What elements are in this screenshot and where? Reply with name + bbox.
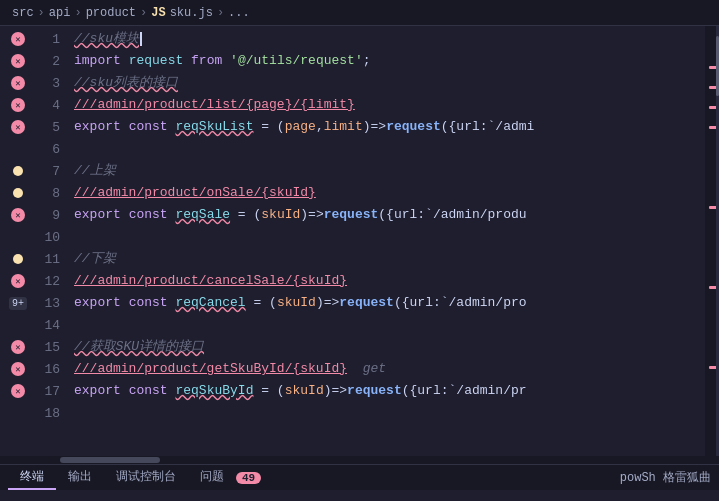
status-right-text: powSh 格雷狐曲: [620, 469, 711, 486]
ln-10: 10: [36, 226, 60, 248]
gutter-row-16: ✕: [0, 358, 36, 380]
code-line-3: //sku列表的接口: [74, 72, 705, 94]
ln-6: 6: [36, 138, 60, 160]
ln-15: 15: [36, 336, 60, 358]
editor-area: ✕ ✕ ✕ ✕ ✕ ✕ ✕ 9+ ✕ ✕ ✕ 1 2 3 4 5 6 7 8 9…: [0, 26, 719, 456]
ln-12: 12: [36, 270, 60, 292]
breadcrumb-api: api: [49, 6, 71, 20]
tab-problems[interactable]: 问题: [188, 465, 236, 490]
breadcrumb-sep2: ›: [74, 6, 81, 20]
error-icon-17: ✕: [11, 384, 25, 398]
breadcrumb-product: product: [86, 6, 136, 20]
code-line-13: export const reqCancel = (skuId)=>reques…: [74, 292, 705, 314]
ln-7: 7: [36, 160, 60, 182]
tab-output[interactable]: 输出: [56, 465, 104, 490]
code-content[interactable]: //sku模块 import request from '@/utils/req…: [66, 26, 705, 456]
gutter-row-11: [0, 248, 36, 270]
code-line-9: export const reqSale = (skuId)=>request(…: [74, 204, 705, 226]
status-bar: 终端 输出 调试控制台 问题 49 powSh 格雷狐曲: [0, 464, 719, 490]
gutter-row-8: [0, 182, 36, 204]
gutter-row-13: 9+: [0, 292, 36, 314]
code-line-10: [74, 226, 705, 248]
code-line-16: ///admin/product/getSkuById/{skuId} get: [74, 358, 705, 380]
error-icon-9: ✕: [11, 208, 25, 222]
gutter-row-7: [0, 160, 36, 182]
code-line-17: export const reqSkuById = (skuId)=>reque…: [74, 380, 705, 402]
tab-debug-console[interactable]: 调试控制台: [104, 465, 188, 490]
minimap: [705, 26, 719, 456]
code-line-4: ///admin/product/list/{page}/{limit}: [74, 94, 705, 116]
code-text-11: //下架: [74, 248, 116, 270]
gutter-row-3: ✕: [0, 72, 36, 94]
code-line-2: import request from '@/utils/request';: [74, 50, 705, 72]
breadcrumb-sep4: ›: [217, 6, 224, 20]
ln-2: 2: [36, 50, 60, 72]
gutter-row-5: ✕: [0, 116, 36, 138]
gutter-row-18: [0, 402, 36, 424]
gutter-row-9: ✕: [0, 204, 36, 226]
breadcrumb-sep1: ›: [38, 6, 45, 20]
gutter-row-1: ✕: [0, 28, 36, 50]
code-line-6: [74, 138, 705, 160]
ln-14: 14: [36, 314, 60, 336]
error-icon-3: ✕: [11, 76, 25, 90]
error-icon-12: ✕: [11, 274, 25, 288]
error-icon-15: ✕: [11, 340, 25, 354]
title-bar: src › api › product › JS sku.js › ...: [0, 0, 719, 26]
ln-1: 1: [36, 28, 60, 50]
error-icon-1: ✕: [11, 32, 25, 46]
gutter-row-4: ✕: [0, 94, 36, 116]
gutter-row-2: ✕: [0, 50, 36, 72]
code-line-14: [74, 314, 705, 336]
line-numbers: 1 2 3 4 5 6 7 8 9 10 11 12 13 14 15 16 1…: [36, 26, 66, 456]
code-line-15: //获取SKU详情的接口: [74, 336, 705, 358]
gutter-row-6: [0, 138, 36, 160]
gutter-row-10: [0, 226, 36, 248]
breadcrumb-filename: sku.js: [170, 6, 213, 20]
breadcrumb-ellipsis: ...: [228, 6, 250, 20]
code-line-11: //下架: [74, 248, 705, 270]
badge-9plus: 9+: [9, 297, 27, 310]
code-line-5: export const reqSkuList = (page,limit)=>…: [74, 116, 705, 138]
code-import-kw: import: [74, 50, 121, 72]
error-count-badge: 49: [236, 472, 261, 484]
code-text-3: //sku列表的接口: [74, 72, 178, 94]
status-right: powSh 格雷狐曲: [620, 469, 711, 486]
breadcrumb-sep3: ›: [140, 6, 147, 20]
ln-5: 5: [36, 116, 60, 138]
warn-icon-8: [13, 188, 23, 198]
warn-icon-11: [13, 254, 23, 264]
breadcrumb-js: JS: [151, 6, 165, 20]
tab-terminal[interactable]: 终端: [8, 465, 56, 490]
code-line-12: ///admin/product/cancelSale/{skuId}: [74, 270, 705, 292]
code-text-1: //sku模块: [74, 28, 139, 50]
code-line-18: [74, 402, 705, 424]
ln-16: 16: [36, 358, 60, 380]
ln-18: 18: [36, 402, 60, 424]
code-text-16: ///admin/product/getSkuById/{skuId}: [74, 358, 347, 380]
warn-icon-7: [13, 166, 23, 176]
code-text-15: //获取SKU详情的接口: [74, 336, 204, 358]
horizontal-scrollbar: [0, 456, 719, 464]
ln-17: 17: [36, 380, 60, 402]
error-icon-4: ✕: [11, 98, 25, 112]
error-icon-2: ✕: [11, 54, 25, 68]
gutter: ✕ ✕ ✕ ✕ ✕ ✕ ✕ 9+ ✕ ✕ ✕: [0, 26, 36, 456]
ln-3: 3: [36, 72, 60, 94]
code-text-7: //上架: [74, 160, 116, 182]
error-icon-16: ✕: [11, 362, 25, 376]
breadcrumb-src: src: [12, 6, 34, 20]
gutter-row-12: ✕: [0, 270, 36, 292]
ln-13: 13: [36, 292, 60, 314]
code-text-4: ///admin/product/list/{page}/{limit}: [74, 94, 355, 116]
gutter-row-17: ✕: [0, 380, 36, 402]
ln-9: 9: [36, 204, 60, 226]
code-text-8: ///admin/product/onSale/{skuId}: [74, 182, 316, 204]
code-text-12: ///admin/product/cancelSale/{skuId}: [74, 270, 347, 292]
ln-11: 11: [36, 248, 60, 270]
horizontal-scroll-thumb[interactable]: [60, 457, 160, 463]
gutter-row-15: ✕: [0, 336, 36, 358]
ln-4: 4: [36, 94, 60, 116]
error-icon-5: ✕: [11, 120, 25, 134]
code-line-7: //上架: [74, 160, 705, 182]
